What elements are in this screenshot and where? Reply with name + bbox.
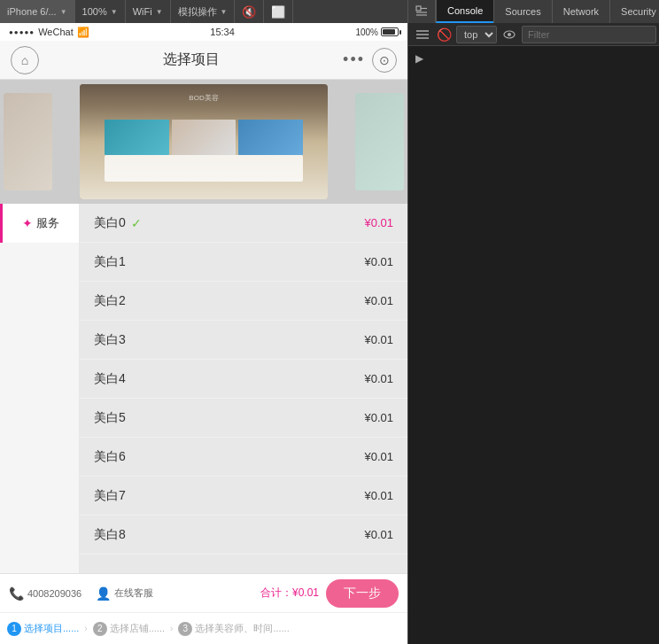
phone-contact[interactable]: 📞 4008209036 (9, 586, 81, 601)
step-num-2: 2 (93, 622, 107, 636)
status-bar: ●●●●● WeChat 📶 15:34 100% (0, 23, 407, 41)
home-button[interactable]: ⌂ (11, 46, 39, 74)
step-3[interactable]: 3 选择美容师、时间...... (178, 622, 289, 636)
devtools-panel: 🚫 top ▶ (407, 23, 659, 644)
service-row[interactable]: 美白4 ¥0.01 (80, 360, 407, 399)
service-name-5: 美白5 (94, 410, 126, 426)
carousel-side-left (4, 93, 52, 190)
service-name-7: 美白7 (94, 488, 126, 504)
tab-console[interactable]: Console (436, 0, 493, 23)
service-price-4: ¥0.01 (364, 372, 393, 385)
eye-button[interactable] (500, 26, 518, 43)
tab-security[interactable]: Security (609, 0, 659, 23)
battery-pct-label: 100% (355, 27, 378, 37)
sidebar-item-label: 服务 (36, 215, 59, 231)
device-label: iPhone 6/... (7, 6, 57, 17)
drawer-icon (416, 29, 429, 40)
toggle-drawer-button[interactable] (414, 26, 431, 43)
tab-sources[interactable]: Sources (493, 0, 551, 23)
service-price-7: ¥0.01 (364, 489, 393, 502)
record-button[interactable]: ⊙ (372, 48, 397, 73)
carousel[interactable]: BOD美容 (0, 80, 407, 204)
action-chevron-icon: ▼ (221, 8, 228, 16)
more-button[interactable]: ••• (343, 50, 365, 69)
service-row[interactable]: 美白2 ¥0.01 (80, 282, 407, 321)
inspect-icon (415, 5, 428, 18)
step-label-2: 选择店铺...... (110, 622, 165, 635)
step-num-3: 3 (178, 622, 192, 636)
tab-network[interactable]: Network (552, 0, 609, 23)
nav-bar: ⌂ 选择项目 ••• ⊙ (0, 41, 407, 80)
store-screen-2 (172, 120, 236, 155)
console-arrow[interactable]: ▶ (415, 52, 423, 65)
online-service[interactable]: 👤 在线客服 (96, 586, 153, 601)
service-row[interactable]: 美白5 ¥0.01 (80, 399, 407, 438)
step-2[interactable]: 2 选择店铺...... (93, 622, 165, 636)
services-area: ✦ 服务 美白0 ✓ ¥0.01 (0, 204, 407, 573)
phone-number: 4008209036 (27, 588, 81, 599)
service-name-3: 美白3 (94, 332, 126, 348)
services-list: 美白0 ✓ ¥0.01 美白1 ¥0.01 美白2 ¥0.01 (80, 204, 407, 573)
step-1[interactable]: 1 选择项目...... (7, 622, 79, 636)
step-label-3: 选择美容师、时间...... (195, 622, 289, 635)
eye-icon (503, 30, 516, 39)
service-price-6: ¥0.01 (364, 450, 393, 463)
order-total: 合计：¥0.01 (260, 586, 319, 601)
check-icon-0: ✓ (131, 216, 142, 230)
services-sidebar: ✦ 服务 (0, 204, 80, 573)
service-label: 在线客服 (114, 586, 153, 600)
console-content: ▶ (408, 46, 659, 644)
total-value: ¥0.01 (292, 586, 319, 599)
svg-rect-0 (416, 6, 421, 11)
service-price-3: ¥0.01 (364, 333, 393, 346)
zoom-selector[interactable]: 100% ▼ (75, 0, 126, 23)
step-sep-2: › (170, 624, 173, 633)
store-screen-3 (238, 120, 303, 155)
devtools-tabs: Console Sources Network Security (436, 0, 659, 23)
service-price-5: ¥0.01 (364, 411, 393, 424)
service-price-8: ¥0.01 (364, 528, 393, 541)
mute-button[interactable]: 🔇 (235, 0, 264, 23)
sidebar-item-fuwu[interactable]: ✦ 服务 (0, 204, 79, 243)
action-selector[interactable]: 模拟操作 ▼ (171, 0, 236, 23)
next-button[interactable]: 下一步 (326, 579, 399, 608)
store-counter (105, 155, 303, 182)
carousel-main: BOD美容 (80, 84, 328, 199)
step-bar: 1 选择项目...... › 2 选择店铺...... › 3 选择美容师、时间… (0, 612, 407, 644)
service-row[interactable]: 美白3 ¥0.01 (80, 321, 407, 360)
service-name-6: 美白6 (94, 449, 126, 465)
step-label-1: 选择项目...... (24, 622, 79, 635)
inspect-button[interactable] (407, 0, 436, 23)
battery-icon (381, 27, 399, 36)
carrier-label: WeChat (38, 27, 74, 37)
network-selector[interactable]: WiFi ▼ (126, 0, 171, 23)
filter-input[interactable] (522, 26, 656, 43)
device-toolbar: iPhone 6/... ▼ 100% ▼ WiFi ▼ 模拟操作 ▼ 🔇 ⬜ (0, 0, 407, 23)
service-price-0: ¥0.01 (364, 216, 393, 229)
signal-dots: ●●●●● (9, 28, 35, 36)
service-row[interactable]: 美白8 ¥0.01 (80, 516, 407, 555)
store-screen-1 (105, 120, 169, 155)
zoom-label: 100% (82, 6, 107, 17)
fuwu-icon: ✦ (22, 216, 33, 230)
service-row[interactable]: 美白1 ¥0.01 (80, 243, 407, 282)
service-row[interactable]: 美白6 ¥0.01 (80, 438, 407, 477)
service-price-1: ¥0.01 (364, 255, 393, 268)
network-chevron-icon: ▼ (156, 8, 163, 16)
wifi-icon: 📶 (77, 27, 89, 38)
service-icon: 👤 (96, 586, 111, 601)
clear-console-button[interactable]: 🚫 (435, 26, 453, 43)
service-name-4: 美白4 (94, 371, 126, 387)
device-selector[interactable]: iPhone 6/... ▼ (0, 0, 75, 23)
fullscreen-button[interactable]: ⬜ (264, 0, 293, 23)
service-name-8: 美白8 (94, 527, 126, 543)
time-label: 15:34 (210, 27, 235, 37)
device-chevron-icon: ▼ (60, 8, 67, 16)
record-icon: ⊙ (379, 53, 390, 67)
service-row[interactable]: 美白0 ✓ ¥0.01 (80, 204, 407, 243)
context-selector[interactable]: top (456, 26, 497, 43)
step-num-1: 1 (7, 622, 21, 636)
service-row[interactable]: 美白7 ¥0.01 (80, 477, 407, 516)
service-name-2: 美白2 (94, 293, 126, 309)
phone-icon: 📞 (9, 586, 24, 601)
